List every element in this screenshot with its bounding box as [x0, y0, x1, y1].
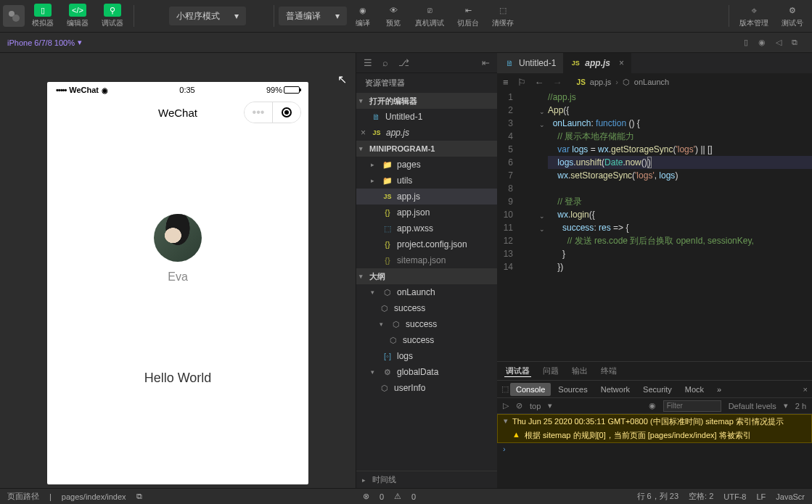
inspect-icon[interactable]: ⬚ — [501, 384, 509, 394]
compile-dropdown[interactable]: 普通编译 ▾ — [279, 7, 347, 25]
list-icon[interactable]: ≡ — [503, 77, 509, 88]
collapse-arrow-icon[interactable]: ▾ — [504, 416, 508, 427]
debugger-toggle[interactable]: ⚲ 调试器 — [96, 0, 129, 32]
js-icon: JS — [372, 129, 382, 136]
chevron-down-icon: ▾ — [380, 321, 387, 328]
file-label: app.json — [397, 207, 430, 218]
errors-icon[interactable]: ⊗ — [363, 492, 369, 501]
language-info[interactable]: JavaScr — [776, 492, 805, 501]
file-appjson[interactable]: {} app.json — [356, 205, 497, 220]
file-projectconfig[interactable]: {} project.config.json — [356, 236, 497, 252]
mode-dropdown[interactable]: 小程序模式 ▾ — [169, 7, 246, 25]
compile-button[interactable]: ◉ 编译 — [348, 0, 377, 32]
outline-header[interactable]: ▾ 大纲 — [356, 268, 497, 284]
clear-icon[interactable]: ⊘ — [516, 401, 522, 410]
editor-tab-untitled[interactable]: 🗎 Untitled-1 — [497, 53, 563, 73]
indent-info[interactable]: 空格: 2 — [689, 491, 713, 502]
file-appwxss[interactable]: ⬚ app.wxss — [356, 220, 497, 236]
fold-icon[interactable]: ⌄ — [519, 118, 548, 131]
console-prompt[interactable]: › — [497, 443, 812, 455]
copy-icon[interactable]: ⧉ — [136, 492, 142, 501]
encoding-info[interactable]: UTF-8 — [723, 492, 746, 501]
device-icon[interactable]: ▯ — [744, 38, 748, 47]
bookmark-icon[interactable]: ⚐ — [517, 77, 526, 88]
fold-icon[interactable]: ⌄ — [519, 105, 548, 118]
symbol-label: logs — [397, 351, 413, 361]
close-icon[interactable]: × — [803, 385, 808, 394]
background-button[interactable]: ⇤ 切后台 — [451, 0, 485, 32]
eye-icon[interactable]: ◉ — [649, 401, 656, 410]
fold-icon[interactable]: ⌄ — [519, 223, 548, 236]
devtab-sources[interactable]: Sources — [552, 383, 593, 396]
panel-tab-debugger[interactable]: 调试器 — [504, 365, 531, 377]
simulator-toggle[interactable]: ▯ 模拟器 — [26, 0, 60, 32]
context-selector[interactable]: top — [530, 402, 541, 410]
code-editor[interactable]: 123 456 789 101112 1314 ⌄ ⌄ ⌄ ⌄ //app.js… — [497, 91, 812, 361]
file-appjs[interactable]: JS app.js — [356, 189, 497, 205]
user-avatar[interactable] — [154, 214, 202, 262]
eol-info[interactable]: LF — [756, 492, 766, 501]
cursor-position[interactable]: 行 6，列 23 — [637, 491, 678, 502]
devtab-network[interactable]: Network — [595, 383, 636, 396]
folder-pages[interactable]: ▸ 📁 pages — [356, 157, 497, 173]
breadcrumb-file: app.js — [590, 78, 611, 86]
record-icon[interactable]: ◉ — [758, 38, 766, 47]
devtab-mock[interactable]: Mock — [679, 383, 710, 396]
copy-icon[interactable]: ⧉ — [792, 38, 797, 47]
real-debug-button[interactable]: ⎚ 真机调试 — [409, 0, 450, 32]
page-path[interactable]: pages/index/index — [62, 492, 126, 501]
search-tab-icon[interactable]: ⌕ — [382, 57, 388, 68]
console-messages[interactable]: ▾ Thu Jun 25 2020 00:35:11 GMT+0800 (中国标… — [497, 414, 812, 488]
open-editors-header[interactable]: ▾ 打开的编辑器 — [356, 93, 497, 109]
panel-tab-problems[interactable]: 问题 — [541, 365, 560, 376]
play-icon[interactable]: ▷ — [503, 401, 509, 410]
capsule-close-button[interactable] — [273, 102, 300, 123]
devtab-console[interactable]: Console — [510, 383, 551, 396]
background-label: 切后台 — [457, 18, 479, 28]
project-header[interactable]: ▾ MINIPROGRAM-1 — [356, 141, 497, 157]
devtab-security[interactable]: Security — [637, 383, 678, 396]
open-editor-untitled[interactable]: 🗎 Untitled-1 — [356, 109, 497, 125]
panel-tab-terminal[interactable]: 终端 — [599, 365, 618, 376]
explorer-tab-icon[interactable]: ☰ — [364, 57, 372, 68]
folder-utils[interactable]: ▸ 📁 utils — [356, 173, 497, 189]
devtab-more[interactable]: » — [711, 383, 727, 396]
outline-success-3[interactable]: ⬡ success — [356, 332, 497, 348]
timeline-header[interactable]: ▸ 时间线 — [356, 471, 497, 488]
git-tab-icon[interactable]: ⎇ — [398, 57, 409, 68]
outline-onlaunch[interactable]: ▾ ⬡ onLaunch — [356, 284, 497, 300]
file-label: sitemap.json — [397, 255, 446, 265]
forward-icon[interactable]: → — [553, 77, 562, 88]
file-sitemap[interactable]: {} sitemap.json — [356, 252, 497, 268]
file-label: app.wxss — [397, 223, 433, 234]
code-content[interactable]: //app.js App({ onLaunch: function () { /… — [548, 91, 812, 361]
close-icon[interactable]: × — [619, 58, 624, 68]
levels-dropdown[interactable]: Default levels — [729, 402, 776, 410]
collapse-icon[interactable]: ⇤ — [482, 57, 490, 68]
test-account-label: 测试号 — [782, 18, 803, 28]
outline-globaldata[interactable]: ▾ ⚙ globalData — [356, 364, 497, 380]
close-icon[interactable]: × — [361, 128, 366, 138]
outline-logs[interactable]: [◦] logs — [356, 348, 497, 364]
chevron-right-icon: › — [615, 78, 618, 86]
filter-input[interactable] — [663, 400, 721, 412]
outline-userinfo[interactable]: ⬡ userInfo — [356, 380, 497, 396]
fold-icon[interactable]: ⌄ — [519, 210, 548, 223]
device-selector[interactable]: iPhone 6/7/8 100% ▾ — [7, 38, 82, 47]
editor-tab-appjs[interactable]: JS app.js × — [563, 53, 631, 73]
send-icon[interactable]: ◁ — [776, 38, 782, 47]
capsule-more-button[interactable]: ••• — [245, 102, 272, 123]
editor-toggle[interactable]: </> 编辑器 — [61, 0, 94, 32]
test-account-button[interactable]: ⚙ 测试号 — [776, 0, 809, 32]
outline-success-1[interactable]: ⬡ success — [356, 300, 497, 316]
outline-success-2[interactable]: ▾ ⬡ success — [356, 316, 497, 332]
file-icon: 🗎 — [371, 112, 381, 121]
preview-button[interactable]: 👁 预览 — [379, 0, 408, 32]
breadcrumb[interactable]: JS app.js › ⬡ onLaunch — [571, 74, 676, 90]
back-icon[interactable]: ← — [535, 77, 544, 88]
version-mgmt-button[interactable]: ⎆ 版本管理 — [734, 0, 774, 32]
clear-cache-button[interactable]: ⬚ 清缓存 — [486, 0, 520, 32]
panel-tab-output[interactable]: 输出 — [570, 365, 589, 376]
open-editor-appjs[interactable]: × JS app.js — [356, 125, 497, 141]
warnings-icon[interactable]: ⚠ — [394, 492, 401, 501]
